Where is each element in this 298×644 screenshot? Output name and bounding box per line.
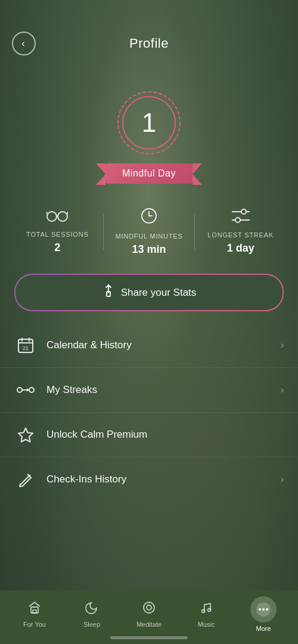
pencil-icon <box>14 468 37 491</box>
badge-area: 1 Mindful Day <box>0 63 298 190</box>
stat-longest-streak: LONGEST STREAK 1 day <box>195 209 286 255</box>
home-indicator <box>110 636 188 639</box>
meditate-icon <box>142 600 156 618</box>
star-icon <box>14 423 37 446</box>
nav-sleep[interactable]: Sleep <box>63 596 120 633</box>
more-label: More <box>256 625 271 632</box>
svg-text:21: 21 <box>23 345 29 351</box>
for-you-label: For You <box>23 621 46 628</box>
svg-point-37 <box>266 608 268 611</box>
svg-marker-25 <box>27 388 29 392</box>
svg-point-31 <box>147 605 151 610</box>
badge-container: 1 <box>101 75 197 171</box>
header: ‹ Profile <box>0 0 298 63</box>
share-stats-button[interactable]: Share your Stats <box>14 274 284 311</box>
share-stats-label: Share your Stats <box>121 287 197 299</box>
music-icon <box>199 600 213 618</box>
more-icon <box>255 601 272 618</box>
svg-point-33 <box>208 609 211 612</box>
menu-item-calendar[interactable]: 21 Calendar & History › <box>0 323 298 368</box>
nav-for-you[interactable]: For You <box>6 596 63 633</box>
badge-label: Mindful Day <box>105 163 193 184</box>
menu-item-streaks[interactable]: My Streaks › <box>0 368 298 413</box>
sleep-icon <box>85 600 99 618</box>
svg-line-7 <box>67 212 68 214</box>
calendar-icon: 21 <box>14 334 37 357</box>
stats-row: TOTAL SESSIONS 2 MINDFUL MINUTES 13 min <box>0 190 298 268</box>
svg-line-6 <box>46 212 47 214</box>
svg-point-14 <box>235 218 240 222</box>
svg-point-36 <box>262 608 265 611</box>
svg-point-3 <box>47 212 57 221</box>
sleep-label: Sleep <box>83 621 100 628</box>
meditate-label: Meditate <box>136 621 162 628</box>
stat-total-sessions: TOTAL SESSIONS 2 <box>12 209 103 254</box>
svg-point-35 <box>259 608 261 611</box>
total-sessions-value: 2 <box>54 242 60 254</box>
clock-icon <box>141 208 157 227</box>
music-label: Music <box>198 621 215 628</box>
menu-list: 21 Calendar & History › My Streaks › <box>0 323 298 590</box>
svg-rect-29 <box>33 610 36 613</box>
nav-meditate[interactable]: Meditate <box>120 596 178 633</box>
page-title: Profile <box>129 36 169 51</box>
menu-item-premium[interactable]: Unlock Calm Premium <box>0 413 298 457</box>
mindful-minutes-value: 13 min <box>132 243 166 256</box>
total-sessions-label: TOTAL SESSIONS <box>26 231 89 238</box>
mindful-minutes-label: MINDFUL MINUTES <box>115 233 182 240</box>
sliders-icon <box>231 209 251 225</box>
home-icon <box>27 600 42 618</box>
svg-text:1: 1 <box>142 108 156 137</box>
unlock-calm-label: Unlock Calm Premium <box>46 429 284 441</box>
menu-item-checkins[interactable]: Check-Ins History › <box>0 457 298 501</box>
nav-more[interactable]: More <box>235 592 292 637</box>
my-streaks-label: My Streaks <box>46 384 271 396</box>
chevron-right-icon: › <box>281 340 284 351</box>
svg-point-30 <box>144 602 154 613</box>
chevron-right-icon-4: › <box>281 474 284 485</box>
svg-marker-26 <box>18 428 33 442</box>
svg-point-12 <box>241 209 246 214</box>
checkins-history-label: Check-Ins History <box>46 473 271 485</box>
badge-svg: 1 <box>107 81 191 165</box>
chevron-right-icon-2: › <box>281 385 284 395</box>
svg-point-23 <box>29 388 34 392</box>
more-icon-bg <box>250 596 277 623</box>
longest-streak-label: LONGEST STREAK <box>207 231 274 239</box>
longest-streak-value: 1 day <box>227 242 254 255</box>
glasses-icon <box>46 209 68 225</box>
stat-mindful-minutes: MINDFUL MINUTES 13 min <box>104 208 195 256</box>
back-icon: ‹ <box>21 38 24 49</box>
nav-music[interactable]: Music <box>178 596 235 633</box>
share-icon <box>102 284 115 301</box>
svg-point-32 <box>202 610 205 613</box>
back-button[interactable]: ‹ <box>12 32 36 55</box>
calendar-history-label: Calendar & History <box>46 339 271 351</box>
svg-point-4 <box>58 212 67 221</box>
svg-point-22 <box>17 388 22 392</box>
streaks-icon <box>14 379 37 401</box>
